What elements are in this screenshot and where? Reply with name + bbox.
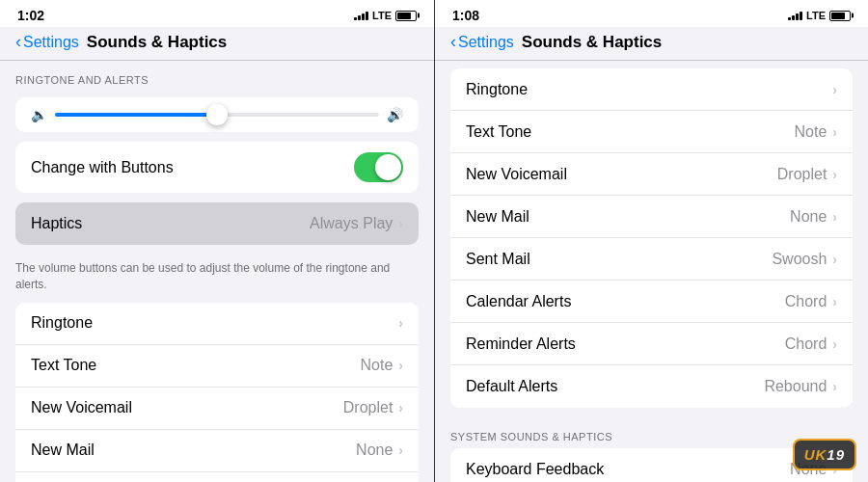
left-volume-row: 🔈 🔊	[31, 107, 403, 122]
signal-bar-r1	[788, 17, 791, 20]
left-new-mail-value: None	[356, 442, 393, 459]
logo-text: UK19	[804, 446, 845, 463]
left-change-buttons-item[interactable]: Change with Buttons	[15, 142, 419, 193]
left-nav-title: Sounds & Haptics	[87, 33, 227, 52]
logo-overlay: UK19	[793, 439, 856, 470]
right-voicemail-chevron-icon: ›	[832, 167, 837, 182]
left-haptics-group: Haptics Always Play ›	[15, 202, 419, 245]
left-text-tone-item[interactable]: Text Tone Note ›	[15, 345, 419, 388]
signal-bar-r4	[800, 12, 802, 20]
left-ringtone-item[interactable]: Ringtone ›	[15, 303, 419, 345]
left-content: RINGTONE AND ALERTS 🔈 🔊 Change with Butt…	[0, 61, 434, 482]
left-back-label: Settings	[23, 34, 79, 51]
left-text-tone-label: Text Tone	[31, 357, 361, 374]
left-haptics-value: Always Play	[310, 215, 393, 232]
left-battery-fill	[397, 13, 411, 19]
right-reminder-alerts-value: Chord	[785, 335, 827, 353]
left-sent-mail-item[interactable]: Sent Mail Swoosh ›	[15, 472, 419, 482]
right-sent-mail-item[interactable]: Sent Mail Swoosh ›	[450, 238, 853, 281]
right-nav-title: Sounds & Haptics	[522, 33, 662, 52]
left-haptics-label: Haptics	[31, 215, 310, 232]
left-haptics-chevron-icon: ›	[398, 216, 403, 231]
left-new-mail-item[interactable]: New Mail None ›	[15, 430, 419, 472]
left-text-tone-chevron-icon: ›	[398, 358, 403, 373]
left-haptics-description: The volume buttons can be used to adjust…	[0, 254, 434, 303]
left-signal-bars	[354, 11, 368, 20]
left-change-buttons-toggle[interactable]	[354, 152, 403, 182]
signal-bar-1	[354, 17, 357, 20]
right-ringtone-chevron-icon: ›	[832, 82, 837, 97]
left-ringtone-label: Ringtone	[31, 314, 398, 332]
right-sent-mail-label: Sent Mail	[466, 251, 772, 268]
right-text-tone-value: Note	[795, 123, 827, 141]
left-tones-group: Ringtone › Text Tone Note › New Voicemai…	[15, 303, 419, 482]
right-voicemail-item[interactable]: New Voicemail Droplet ›	[450, 153, 853, 196]
right-lte-label: LTE	[806, 10, 826, 21]
right-calendar-alerts-label: Calendar Alerts	[466, 293, 785, 310]
right-new-mail-label: New Mail	[466, 208, 790, 226]
left-new-mail-chevron-icon: ›	[398, 442, 403, 458]
signal-bar-2	[358, 15, 361, 20]
left-lte-label: LTE	[372, 10, 392, 21]
logo-19: 19	[827, 446, 845, 463]
left-phone-panel: 1:02 LTE ‹ Settings Sounds & Haptics RIN…	[0, 0, 434, 482]
volume-high-icon: 🔊	[387, 107, 403, 122]
logo-uk: UK	[804, 446, 827, 463]
right-back-button[interactable]: ‹ Settings	[450, 33, 514, 52]
left-voicemail-item[interactable]: New Voicemail Droplet ›	[15, 388, 419, 430]
right-voicemail-label: New Voicemail	[466, 166, 777, 183]
left-nav-bar: ‹ Settings Sounds & Haptics	[0, 27, 434, 61]
right-calendar-alerts-item[interactable]: Calendar Alerts Chord ›	[450, 281, 853, 323]
right-default-alerts-label: Default Alerts	[466, 378, 764, 395]
signal-bar-4	[366, 12, 368, 20]
left-volume-section: 🔈 🔊	[15, 97, 419, 132]
left-back-button[interactable]: ‹ Settings	[15, 33, 79, 52]
right-keyboard-feedback-label: Keyboard Feedback	[466, 461, 790, 478]
right-ringtone-item[interactable]: Ringtone ›	[450, 68, 853, 111]
left-ringtone-chevron-icon: ›	[398, 315, 403, 331]
right-phone-panel: 1:08 LTE ‹ Settings Sounds & Haptics Ri	[434, 0, 868, 482]
left-time: 1:02	[17, 8, 44, 23]
right-text-tone-label: Text Tone	[466, 123, 795, 141]
volume-low-icon: 🔈	[31, 107, 47, 122]
right-text-tone-chevron-icon: ›	[832, 124, 837, 140]
right-default-alerts-chevron-icon: ›	[832, 379, 837, 394]
right-new-mail-value: None	[790, 208, 827, 226]
right-tones-group: Ringtone › Text Tone Note › New Voicemai…	[450, 68, 853, 408]
right-default-alerts-item[interactable]: Default Alerts Rebound ›	[450, 365, 853, 408]
left-status-icons: LTE	[354, 10, 417, 21]
left-voicemail-chevron-icon: ›	[398, 400, 403, 415]
left-voicemail-value: Droplet	[343, 399, 393, 416]
left-status-bar: 1:02 LTE	[0, 0, 434, 27]
right-battery	[829, 11, 851, 21]
left-back-chevron-icon: ‹	[15, 32, 21, 52]
signal-bar-3	[362, 13, 365, 20]
right-default-alerts-value: Rebound	[764, 378, 827, 395]
signal-bar-r3	[796, 13, 799, 20]
right-sent-mail-value: Swoosh	[772, 251, 827, 268]
left-toggle-thumb	[375, 154, 401, 180]
left-volume-slider[interactable]	[55, 113, 379, 117]
left-new-mail-label: New Mail	[31, 442, 356, 459]
right-back-chevron-icon: ‹	[450, 32, 456, 52]
right-nav-bar: ‹ Settings Sounds & Haptics	[435, 27, 868, 61]
right-reminder-alerts-label: Reminder Alerts	[466, 335, 785, 353]
right-battery-fill	[831, 13, 845, 19]
left-text-tone-value: Note	[361, 357, 393, 374]
right-status-bar: 1:08 LTE	[435, 0, 868, 27]
right-new-mail-item[interactable]: New Mail None ›	[450, 196, 853, 238]
left-ringtone-header: RINGTONE AND ALERTS	[0, 61, 434, 92]
left-haptics-item[interactable]: Haptics Always Play ›	[15, 202, 419, 245]
right-new-mail-chevron-icon: ›	[832, 209, 837, 225]
right-time: 1:08	[452, 8, 479, 23]
right-text-tone-item[interactable]: Text Tone Note ›	[450, 111, 853, 153]
right-content: Ringtone › Text Tone Note › New Voicemai…	[435, 61, 868, 482]
right-back-label: Settings	[458, 34, 514, 51]
right-sent-mail-chevron-icon: ›	[832, 252, 837, 267]
right-reminder-alerts-item[interactable]: Reminder Alerts Chord ›	[450, 323, 853, 365]
right-voicemail-value: Droplet	[777, 166, 827, 183]
left-volume-thumb[interactable]	[206, 104, 228, 125]
right-status-icons: LTE	[788, 10, 851, 21]
right-reminder-alerts-chevron-icon: ›	[832, 336, 837, 352]
left-voicemail-label: New Voicemail	[31, 399, 343, 416]
